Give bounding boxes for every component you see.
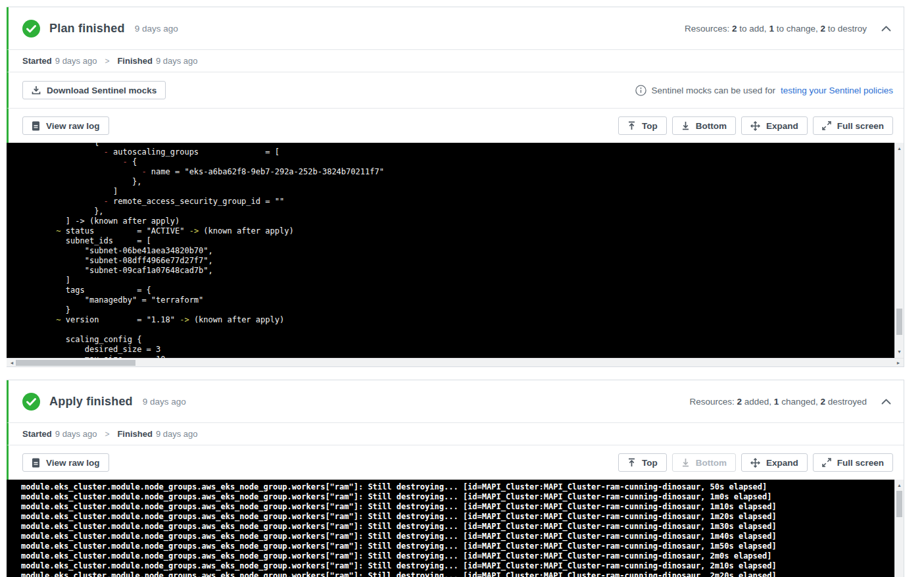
apply-view-raw-log-button[interactable]: View raw log <box>22 453 109 472</box>
plan-top-label: Top <box>642 121 658 131</box>
expand-icon <box>750 458 760 468</box>
resources-destroy-count: 2 <box>820 397 825 407</box>
log-line: module.eks_cluster.module.node_groups.aw… <box>21 482 894 492</box>
download-sentinel-mocks-label: Download Sentinel mocks <box>47 86 157 95</box>
scrollbar-up-arrow[interactable]: ▲ <box>895 144 904 153</box>
apply-section: Apply finished 9 days ago Resources: 2 a… <box>7 380 904 577</box>
apply-resources-summary: Resources: 2 added, 1 changed, 2 destroy… <box>690 397 867 407</box>
plan-fullscreen-label: Full screen <box>837 121 884 131</box>
log-line: ] <box>28 276 894 286</box>
scroll-to-top-icon <box>627 121 636 130</box>
log-line: ~ status = "ACTIVE" -> (known after appl… <box>28 226 894 236</box>
info-icon <box>635 85 646 96</box>
log-line: - autoscaling_groups = [ <box>28 147 894 157</box>
sentinel-note-text: Sentinel mocks can be used for <box>652 86 775 95</box>
apply-top-label: Top <box>642 458 658 468</box>
apply-bottom-button-disabled[interactable]: Bottom <box>672 453 736 472</box>
scrollbar-up-arrow[interactable]: ▲ <box>895 481 904 490</box>
plan-finished-label: Finished <box>117 56 152 66</box>
plan-fullscreen-button[interactable]: Full screen <box>813 116 893 135</box>
plan-time-ago: 9 days ago <box>135 24 178 34</box>
resources-label: Resources: <box>690 397 737 407</box>
apply-header: Apply finished 9 days ago Resources: 2 a… <box>7 380 904 423</box>
plan-sentinel-row: Download Sentinel mocks Sentinel mocks c… <box>7 72 904 109</box>
apply-log-console[interactable]: module.eks_cluster.module.node_groups.aw… <box>7 480 894 577</box>
log-line <box>28 325 894 335</box>
apply-bottom-label: Bottom <box>696 458 727 468</box>
scrollbar-left-arrow[interactable]: ◄ <box>8 359 16 367</box>
plan-bottom-button[interactable]: Bottom <box>672 116 736 135</box>
scrollbar-down-arrow[interactable]: ▼ <box>895 347 904 357</box>
apply-collapse-button[interactable] <box>879 394 893 409</box>
log-line: }, <box>28 207 894 216</box>
apply-fullscreen-label: Full screen <box>837 458 884 468</box>
apply-expand-label: Expand <box>766 458 798 468</box>
log-line: module.eks_cluster.module.node_groups.aw… <box>21 522 894 532</box>
plan-vertical-scrollbar[interactable]: ▲ ▼ <box>894 143 904 358</box>
apply-log-toolbar: View raw log Top Bottom <box>7 445 904 480</box>
plan-started-time: 9 days ago <box>55 56 97 66</box>
log-line: - { <box>28 157 894 167</box>
apply-vertical-scrollbar[interactable]: ▲ <box>894 480 904 577</box>
log-line: } <box>28 305 894 315</box>
plan-top-button[interactable]: Top <box>618 116 667 135</box>
scrollbar-thumb[interactable] <box>16 360 135 366</box>
resources-change-text: changed, <box>779 397 820 407</box>
chevron-up-icon <box>881 399 891 405</box>
log-line: ~ version = "1.18" -> (known after apply… <box>28 315 894 325</box>
meta-separator: > <box>105 430 109 439</box>
log-line: "subnet-06be41aea34820b70", <box>28 246 894 256</box>
apply-view-raw-log-label: View raw log <box>46 458 100 468</box>
resources-change-count: 1 <box>769 24 774 34</box>
plan-log-console[interactable]: - { - autoscaling_groups = [ - { - name … <box>7 143 894 358</box>
apply-time-ago: 9 days ago <box>143 397 186 407</box>
log-line: subnet_ids = [ <box>28 236 894 246</box>
meta-separator: > <box>105 57 109 66</box>
plan-finished-time: 9 days ago <box>156 56 198 66</box>
resources-destroy-text: to destroy <box>825 24 867 34</box>
plan-view-raw-log-label: View raw log <box>46 121 100 131</box>
log-line: tags = { <box>28 286 894 295</box>
chevron-up-icon <box>881 26 891 32</box>
apply-top-button[interactable]: Top <box>618 453 667 472</box>
download-icon <box>32 86 41 95</box>
log-line: module.eks_cluster.module.node_groups.aw… <box>21 571 894 577</box>
scroll-to-bottom-icon <box>681 458 690 467</box>
scrollbar-thumb[interactable] <box>896 309 902 335</box>
apply-finished-time: 9 days ago <box>156 429 198 439</box>
plan-horizontal-scrollbar[interactable]: ◄ ► <box>7 358 904 366</box>
sentinel-policies-link[interactable]: testing your Sentinel policies <box>781 86 893 95</box>
download-sentinel-mocks-button[interactable]: Download Sentinel mocks <box>22 81 166 99</box>
log-line: scaling_config { <box>28 335 894 345</box>
document-icon <box>32 121 40 131</box>
apply-log-controls: Top Bottom Expand <box>618 453 893 472</box>
scrollbar-thumb[interactable] <box>896 491 902 517</box>
fullscreen-icon <box>822 121 831 130</box>
log-line: ] -> (known after apply) <box>28 216 894 226</box>
plan-expand-button[interactable]: Expand <box>741 116 808 135</box>
apply-meta-row: Started 9 days ago > Finished 9 days ago <box>7 423 904 445</box>
expand-icon <box>750 121 760 131</box>
plan-view-raw-log-button[interactable]: View raw log <box>22 116 109 135</box>
log-line: "managedby" = "terraform" <box>28 295 894 305</box>
apply-expand-button[interactable]: Expand <box>741 453 808 472</box>
plan-collapse-button[interactable] <box>879 21 893 36</box>
log-line: }, <box>28 177 894 187</box>
resources-add-count: 2 <box>737 397 742 407</box>
plan-console-wrap: - { - autoscaling_groups = [ - { - name … <box>7 143 904 358</box>
scrollbar-right-arrow[interactable]: ► <box>894 359 902 367</box>
resources-change-text: to change, <box>774 24 821 34</box>
log-line: ] <box>28 187 894 197</box>
resources-destroy-count: 2 <box>820 24 825 34</box>
plan-resources-summary: Resources: 2 to add, 1 to change, 2 to d… <box>685 24 867 34</box>
apply-started-label: Started <box>22 429 52 439</box>
log-line: module.eks_cluster.module.node_groups.aw… <box>21 561 894 571</box>
log-line: module.eks_cluster.module.node_groups.aw… <box>21 512 894 522</box>
log-line: module.eks_cluster.module.node_groups.aw… <box>21 551 894 561</box>
document-icon <box>32 458 40 468</box>
log-line: module.eks_cluster.module.node_groups.aw… <box>21 492 894 502</box>
log-line: "subnet-08dff4966e77d27f7", <box>28 256 894 266</box>
fullscreen-icon <box>822 458 831 467</box>
apply-fullscreen-button[interactable]: Full screen <box>813 453 893 472</box>
resources-destroy-text: destroyed <box>825 397 867 407</box>
